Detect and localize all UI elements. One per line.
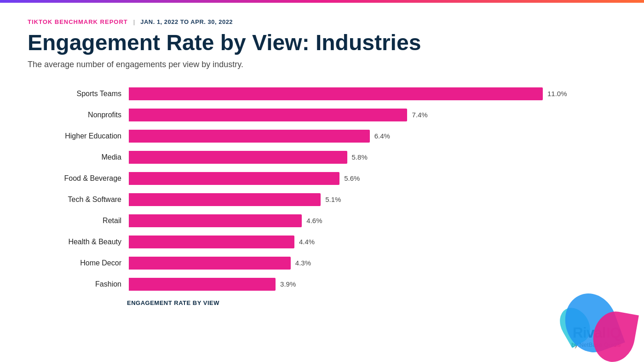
bar-container: 5.8% — [129, 151, 616, 164]
report-label-row: TIKTOK BENCHMARK REPORT | JAN. 1, 2022 T… — [28, 18, 616, 25]
bar-row: Retail4.6% — [37, 210, 616, 231]
bar-fill — [129, 193, 321, 206]
bar-label: Fashion — [37, 280, 129, 288]
bar-row: Sports Teams11.0% — [37, 83, 616, 104]
bar-container: 6.4% — [129, 130, 616, 143]
bar-label: Media — [37, 153, 129, 161]
bar-fill — [129, 236, 294, 248]
x-axis-label: ENGAGEMENT RATE BY VIEW — [127, 299, 616, 306]
bar-fill — [129, 172, 339, 185]
bar-fill — [129, 151, 347, 164]
bar-label: Higher Education — [37, 132, 129, 140]
bar-chart: Sports Teams11.0%Nonprofits7.4%Higher Ed… — [37, 83, 616, 295]
bar-container: 5.6% — [129, 172, 616, 185]
bar-row: Health & Beauty4.4% — [37, 231, 616, 253]
bar-value-label: 4.3% — [295, 259, 311, 267]
page-title: Engagement Rate by View: Industries — [28, 31, 616, 55]
bar-fill — [129, 278, 276, 291]
bar-container: 4.6% — [129, 214, 616, 227]
date-range-label: JAN. 1, 2022 TO APR. 30, 2022 — [140, 18, 233, 25]
bar-label: Home Decor — [37, 259, 129, 267]
bar-fill — [129, 214, 302, 227]
bar-fill — [129, 109, 407, 121]
bar-label: Tech & Software — [37, 195, 129, 204]
bar-fill — [129, 257, 291, 270]
label-divider: | — [133, 18, 135, 25]
bar-value-label: 3.9% — [280, 280, 296, 288]
bar-label: Sports Teams — [37, 90, 129, 98]
bar-label: Retail — [37, 217, 129, 225]
bar-value-label: 5.1% — [325, 195, 341, 203]
bar-container: 4.3% — [129, 257, 616, 270]
bar-label: Food & Beverage — [37, 174, 129, 183]
bar-container: 11.0% — [129, 87, 616, 100]
bar-container: 7.4% — [129, 109, 616, 121]
bar-row: Home Decor4.3% — [37, 253, 616, 274]
bar-value-label: 5.8% — [352, 153, 368, 161]
bar-label: Health & Beauty — [37, 238, 129, 246]
bar-value-label: 11.0% — [547, 90, 567, 98]
bar-container: 4.4% — [129, 236, 616, 248]
decorative-shapes — [552, 288, 644, 362]
page-subtitle: The average number of engagements per vi… — [28, 60, 616, 69]
bar-fill — [129, 130, 370, 143]
bar-container: 3.9% — [129, 278, 616, 291]
report-title-label: TIKTOK BENCHMARK REPORT — [28, 18, 128, 25]
bar-value-label: 6.4% — [374, 132, 390, 140]
bar-row: Food & Beverage5.6% — [37, 168, 616, 189]
bar-row: Tech & Software5.1% — [37, 189, 616, 210]
bar-container: 5.1% — [129, 193, 616, 206]
bar-value-label: 4.6% — [306, 217, 322, 224]
bar-label: Nonprofits — [37, 111, 129, 119]
bar-row: Media5.8% — [37, 147, 616, 168]
bar-value-label: 5.6% — [344, 174, 360, 182]
bar-row: Nonprofits7.4% — [37, 104, 616, 126]
bar-row: Higher Education6.4% — [37, 126, 616, 147]
bar-fill — [129, 87, 543, 100]
bar-value-label: 7.4% — [412, 111, 427, 119]
bar-value-label: 4.4% — [299, 238, 315, 246]
bar-row: Fashion3.9% — [37, 274, 616, 295]
